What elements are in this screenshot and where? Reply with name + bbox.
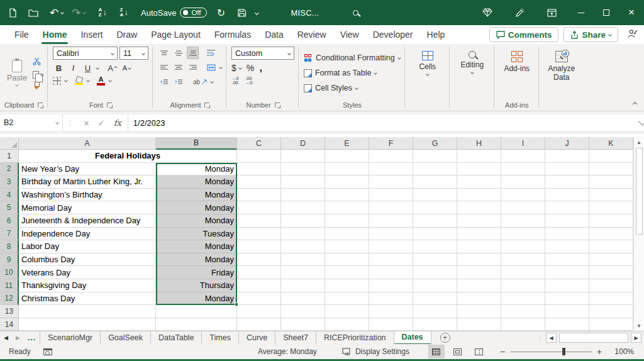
cut-icon[interactable] — [33, 57, 43, 68]
cell-H6[interactable] — [457, 214, 501, 228]
tab-home[interactable]: Home — [36, 25, 74, 44]
cell-A9[interactable]: Columbus Day — [19, 253, 156, 267]
cell-H7[interactable] — [457, 228, 501, 241]
cell-C2[interactable] — [237, 163, 281, 176]
cell-A12[interactable]: Christmas Day — [19, 292, 156, 306]
cell-D9[interactable] — [281, 253, 325, 267]
addins-button[interactable]: Add-ins — [499, 47, 535, 99]
cell-K5[interactable] — [589, 201, 633, 214]
cell-K6[interactable] — [589, 214, 633, 228]
cell-H1[interactable] — [457, 150, 501, 163]
sort-az-icon[interactable]: AZ↓ — [94, 4, 111, 21]
cell-I3[interactable] — [501, 175, 545, 189]
draw-pen-icon[interactable] — [511, 4, 528, 21]
row-header-9[interactable]: 9 — [0, 253, 19, 267]
align-right-icon[interactable] — [187, 61, 199, 74]
fill-color-icon[interactable] — [75, 76, 83, 85]
cell-E14[interactable] — [325, 318, 369, 331]
sheet-tab-times[interactable]: Times — [202, 331, 239, 345]
cell-A5[interactable]: Memorial Day — [19, 201, 156, 214]
cell-I13[interactable] — [501, 305, 545, 318]
tab-data[interactable]: Data — [258, 25, 291, 44]
cell-H12[interactable] — [457, 292, 501, 306]
tab-help[interactable]: Help — [420, 25, 452, 44]
cell-I8[interactable] — [501, 240, 545, 253]
cell-K1[interactable] — [589, 150, 633, 163]
cell-J6[interactable] — [545, 214, 589, 228]
cell-B7[interactable]: Tuesday — [156, 228, 237, 241]
refresh-icon[interactable]: ↻ — [213, 4, 230, 21]
cell-F6[interactable] — [369, 214, 413, 228]
cell-E3[interactable] — [325, 175, 369, 189]
cell-J2[interactable] — [545, 163, 589, 176]
cell-C4[interactable] — [237, 189, 281, 202]
cell-C3[interactable] — [237, 175, 281, 189]
cell-B6[interactable]: Monday — [156, 214, 237, 228]
col-header-K[interactable]: K — [589, 137, 633, 150]
cell-D7[interactable] — [281, 228, 325, 241]
cell-D1[interactable] — [281, 150, 325, 163]
cell-D12[interactable] — [281, 292, 325, 306]
cell-D2[interactable] — [281, 163, 325, 176]
sort-za-icon[interactable]: ZA↓ — [116, 4, 132, 21]
clipboard-dialog-launcher[interactable] — [38, 103, 43, 108]
zoom-level[interactable]: 100% — [608, 347, 644, 356]
cell-D8[interactable] — [281, 240, 325, 253]
page-break-view-button[interactable] — [471, 345, 487, 358]
row-header-8[interactable]: 8 — [0, 240, 19, 253]
row-header-1[interactable]: 1 — [0, 150, 19, 163]
copy-icon[interactable] — [33, 71, 39, 79]
cell-F7[interactable] — [369, 228, 413, 241]
cell-F9[interactable] — [369, 253, 413, 267]
hscroll-left-icon[interactable]: ◀ — [546, 333, 557, 343]
cell-C12[interactable] — [237, 292, 281, 306]
hscroll-right-icon[interactable]: ▶ — [631, 333, 641, 343]
cell-F12[interactable] — [369, 292, 413, 306]
cell-J10[interactable] — [545, 266, 589, 279]
cell-G12[interactable] — [413, 292, 457, 306]
row-header-6[interactable]: 6 — [0, 214, 19, 228]
cell-A1-merged[interactable]: Federal Holidays — [19, 150, 237, 163]
sheet-tab-goalseek[interactable]: GoalSeek — [101, 331, 151, 345]
select-all-corner[interactable] — [0, 137, 19, 150]
scroll-down-icon[interactable]: ▼ — [636, 321, 641, 331]
col-header-I[interactable]: I — [501, 137, 545, 150]
sheet-tab-sheet7[interactable]: Sheet7 — [275, 331, 316, 345]
cell-H9[interactable] — [457, 253, 501, 267]
cell-J3[interactable] — [545, 175, 589, 189]
tab-review[interactable]: Review — [291, 25, 333, 44]
cell-K4[interactable] — [589, 189, 633, 202]
alignment-dialog-launcher[interactable] — [204, 103, 209, 108]
number-format-combo[interactable]: Custom — [231, 47, 294, 60]
cell-D5[interactable] — [281, 201, 325, 214]
cell-H4[interactable] — [457, 189, 501, 202]
cell-H3[interactable] — [457, 175, 501, 189]
cell-J4[interactable] — [545, 189, 589, 202]
cell-F4[interactable] — [369, 189, 413, 202]
cell-G13[interactable] — [413, 305, 457, 318]
cell-B12[interactable]: Monday — [156, 292, 237, 306]
cell-J1[interactable] — [545, 150, 589, 163]
cell-E7[interactable] — [325, 228, 369, 241]
cell-C10[interactable] — [237, 266, 281, 279]
cell-H11[interactable] — [457, 279, 501, 292]
normal-view-button[interactable] — [428, 345, 445, 358]
cell-I11[interactable] — [501, 279, 545, 292]
tab-insert[interactable]: Insert — [74, 25, 109, 44]
sheet-tab-curve[interactable]: Curve — [239, 331, 275, 345]
cell-D13[interactable] — [281, 305, 325, 318]
cell-F5[interactable] — [369, 201, 413, 214]
maximize-button[interactable] — [594, 0, 619, 25]
autosave-toggle[interactable]: Off — [180, 8, 206, 18]
formula-input[interactable]: 1/2/2023 — [128, 118, 638, 128]
cell-A14[interactable] — [19, 318, 156, 331]
cell-C5[interactable] — [237, 201, 281, 214]
comma-style-icon[interactable]: , — [259, 62, 262, 74]
collapse-ribbon-icon[interactable] — [633, 102, 637, 106]
comments-button[interactable]: Comments — [489, 27, 559, 42]
cell-D4[interactable] — [281, 189, 325, 202]
tab-file[interactable]: File — [8, 25, 36, 44]
cell-K2[interactable] — [589, 163, 633, 176]
macro-record-icon[interactable] — [43, 348, 52, 355]
cell-C13[interactable] — [237, 305, 281, 318]
